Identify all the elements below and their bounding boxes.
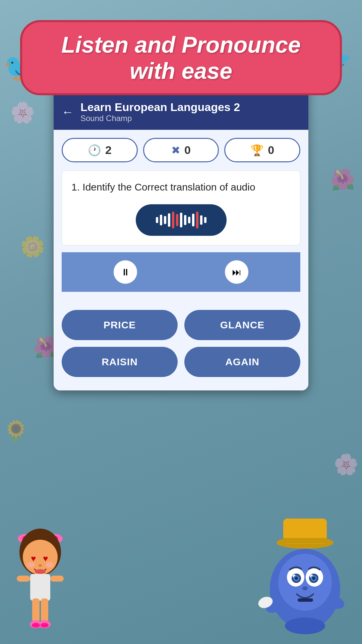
svg-point-10 xyxy=(35,569,46,574)
mascot-girl: ♥ ♥ xyxy=(7,522,74,644)
answers-section: PRICE GLANCE RAISIN AGAIN xyxy=(54,300,308,390)
player-controls: ⏸ ⏭ xyxy=(62,252,300,292)
answers-grid: PRICE GLANCE RAISIN AGAIN xyxy=(62,310,300,377)
waveform-icon xyxy=(156,212,206,228)
question-card: 1. Identify the Correct translation of a… xyxy=(62,170,300,246)
svg-rect-16 xyxy=(41,598,48,622)
clock-icon: 🕐 xyxy=(88,144,101,157)
stat-wrong: ✖ 0 xyxy=(143,138,219,162)
app-header: ← Learn European Languages 2 Sound Champ xyxy=(54,94,308,130)
wave-bar xyxy=(180,213,182,227)
blob-mascot-svg xyxy=(258,515,352,643)
pause-button[interactable]: ⏸ xyxy=(114,260,137,284)
wave-bar xyxy=(156,217,158,223)
skip-button[interactable]: ⏭ xyxy=(225,260,248,284)
app-title: Learn European Languages 2 xyxy=(80,101,240,114)
wave-bar xyxy=(200,215,202,225)
audio-play-button[interactable] xyxy=(136,204,227,236)
stats-row: 🕐 2 ✖ 0 🏆 0 xyxy=(62,138,300,162)
svg-point-34 xyxy=(295,577,298,580)
phone-frame: 🖼 👤 ⚠ 🤖 🌙 📶 🔋 1:22 PM ← Learn European L… xyxy=(54,74,308,390)
svg-rect-12 xyxy=(30,574,50,601)
svg-rect-15 xyxy=(32,598,40,622)
svg-point-20 xyxy=(41,623,49,628)
wave-bar xyxy=(168,213,170,227)
answer-button-B[interactable]: GLANCE xyxy=(184,310,300,340)
back-button[interactable]: ← xyxy=(62,105,74,119)
svg-point-8 xyxy=(27,562,35,568)
bg-decoration: 🌺 xyxy=(330,168,355,192)
answer-button-C[interactable]: RAISIN xyxy=(62,347,178,377)
app-subtitle: Sound Champ xyxy=(80,114,240,123)
wave-bar xyxy=(204,217,206,223)
bg-decoration: 🌻 xyxy=(3,419,28,443)
bg-decoration: 🌸 xyxy=(334,452,359,476)
wave-bar xyxy=(160,215,162,225)
wave-bar-red xyxy=(196,212,198,228)
girl-mascot-svg: ♥ ♥ xyxy=(7,522,74,643)
answer-button-D[interactable]: AGAIN xyxy=(184,347,300,377)
svg-point-19 xyxy=(32,623,40,628)
audio-btn-container xyxy=(71,204,291,236)
bg-decoration: 🌼 xyxy=(20,235,45,259)
svg-point-25 xyxy=(278,554,332,611)
svg-rect-37 xyxy=(298,598,313,602)
wave-bar xyxy=(184,215,186,225)
svg-point-9 xyxy=(46,562,54,568)
wave-bar-red xyxy=(176,214,178,226)
svg-point-36 xyxy=(302,586,308,590)
trophy-icon: 🏆 xyxy=(250,144,264,157)
bg-decoration: 🌸 xyxy=(10,101,35,124)
question-text: 1. Identify the Correct translation of a… xyxy=(71,180,291,194)
wrong-icon: ✖ xyxy=(171,144,180,157)
top-banner: Listen and Pronounce with ease xyxy=(20,20,342,95)
score-value: 0 xyxy=(268,144,274,157)
svg-point-41 xyxy=(285,618,325,634)
main-content: 🕐 2 ✖ 0 🏆 0 1. Identify the Correct tran… xyxy=(54,130,308,300)
wave-bar xyxy=(188,217,190,223)
wave-bar xyxy=(164,216,166,224)
wrong-value: 0 xyxy=(184,144,191,157)
answer-button-A[interactable]: PRICE xyxy=(62,310,178,340)
banner-text: Listen and Pronounce with ease xyxy=(39,32,323,84)
header-text: Learn European Languages 2 Sound Champ xyxy=(80,101,240,123)
skip-icon: ⏭ xyxy=(232,267,241,278)
wave-bar-red xyxy=(172,212,174,228)
pause-icon: ⏸ xyxy=(121,267,130,278)
svg-rect-13 xyxy=(17,576,30,582)
svg-text:♥: ♥ xyxy=(43,553,48,564)
time-value: 2 xyxy=(105,144,112,157)
stat-time: 🕐 2 xyxy=(62,138,138,162)
svg-point-35 xyxy=(312,577,315,580)
svg-rect-14 xyxy=(50,576,64,582)
svg-point-11 xyxy=(39,564,42,567)
svg-rect-23 xyxy=(283,538,327,543)
mascot-blob xyxy=(258,515,352,644)
wave-bar xyxy=(192,214,194,226)
stat-score: 🏆 0 xyxy=(224,138,300,162)
svg-text:♥: ♥ xyxy=(31,553,36,564)
